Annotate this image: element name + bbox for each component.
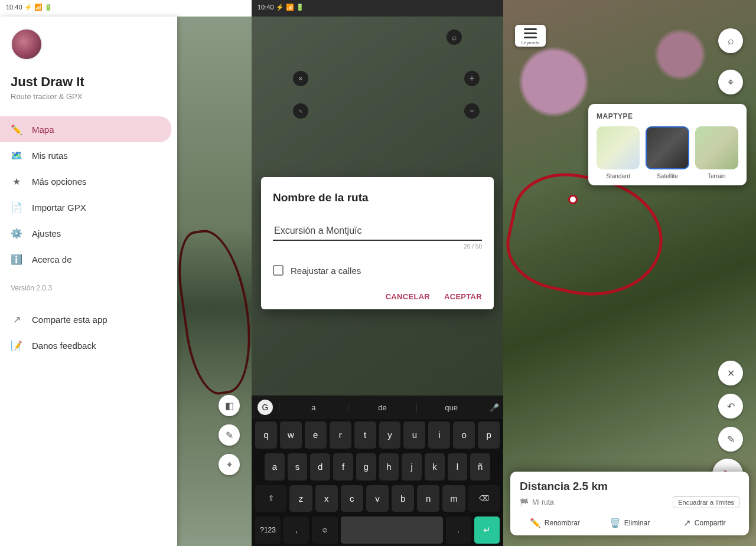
snap-to-roads-option[interactable]: Reajustar a calles	[273, 265, 482, 276]
suggestion-3[interactable]: que	[416, 403, 485, 412]
key-z[interactable]: z	[289, 485, 312, 512]
key-⌫[interactable]: ⌫	[468, 485, 500, 512]
nav-my-routes[interactable]: 🗺️Mis rutas	[0, 142, 177, 168]
key-.[interactable]: .	[446, 516, 471, 544]
key-w[interactable]: w	[280, 421, 302, 449]
layer-terrain[interactable]: Terrain	[695, 126, 738, 179]
nav-item-label: Importar GPX	[32, 202, 86, 212]
key-m[interactable]: m	[442, 485, 465, 512]
layer-thumb	[695, 126, 738, 169]
app-avatar	[11, 28, 43, 60]
key-y[interactable]: y	[379, 421, 401, 449]
key-a[interactable]: a	[265, 453, 285, 480]
search-icon[interactable]: ⌕	[718, 28, 743, 53]
nav-item-icon: ★	[11, 175, 22, 187]
key-b[interactable]: b	[392, 485, 414, 512]
nav-import-gpx[interactable]: 📄Importar GPX	[0, 194, 177, 220]
suggestion-1[interactable]: a	[279, 403, 348, 412]
key-⇧[interactable]: ⇧	[255, 485, 286, 512]
status-bar: 10:40 ⚡ 📶 🔋	[0, 0, 252, 17]
key-↵[interactable]: ↵	[474, 516, 500, 544]
route-name-input[interactable]	[273, 222, 482, 241]
checkbox-label: Reajustar a calles	[291, 266, 361, 276]
key-x[interactable]: x	[315, 485, 338, 512]
key-s[interactable]: s	[288, 453, 308, 480]
nav-item-label: Mis rutas	[32, 151, 68, 161]
route-flag-icon: 🏁	[520, 498, 529, 506]
key-space[interactable]	[341, 516, 443, 544]
key-?123[interactable]: ?123	[255, 516, 281, 544]
nav-drawer: Just Draw It Route tracker & GPX ✏️Mapa🗺…	[0, 17, 177, 546]
key-t[interactable]: t	[354, 421, 376, 449]
nav-more-options[interactable]: ★Más opciones	[0, 168, 177, 194]
screenshot-dialog: 10:40 ⚡ 📶 🔋 ＋ － ⌕ ＋ － Nombre de la ruta …	[252, 0, 503, 546]
undo-icon[interactable]: ↶	[718, 394, 743, 419]
key-v[interactable]: v	[366, 485, 389, 512]
mic-icon[interactable]: 🎤	[485, 403, 503, 412]
key-c[interactable]: c	[341, 485, 363, 512]
edit-icon[interactable]: ✎	[718, 427, 743, 452]
char-counter: 20 / 50	[273, 243, 482, 250]
action-delete[interactable]: 🗑️Eliminar	[595, 518, 665, 528]
nav-list: ✏️Mapa🗺️Mis rutas★Más opciones📄Importar …	[0, 116, 177, 272]
key-r[interactable]: r	[330, 421, 351, 449]
route-name-dialog: Nombre de la ruta 20 / 50 Reajustar a ca…	[261, 177, 494, 309]
menu-button[interactable]: Leyenda	[515, 25, 546, 47]
key-h[interactable]: h	[379, 453, 399, 480]
fit-bounds-button[interactable]: Encuadrar a límites	[673, 496, 739, 508]
accept-button[interactable]: ACEPTAR	[444, 292, 482, 301]
key-☺[interactable]: ☺	[312, 516, 337, 544]
layer-standard[interactable]: Standard	[597, 126, 640, 179]
nav-item-icon: 📄	[11, 201, 22, 213]
suggestion-2[interactable]: de	[348, 403, 417, 412]
distance-actions: ✏️Renombrar🗑️Eliminar↗Compartir	[520, 518, 739, 528]
status-bar: 10:40 ⚡ 📶 🔋	[252, 0, 503, 17]
key-l[interactable]: l	[448, 453, 468, 480]
key-o[interactable]: o	[453, 421, 475, 449]
key-n[interactable]: n	[417, 485, 439, 512]
action-share[interactable]: ↗Compartir	[669, 518, 739, 528]
nav-item-icon: 📝	[11, 339, 22, 351]
cancel-button[interactable]: CANCELAR	[386, 292, 430, 301]
key-e[interactable]: e	[305, 421, 327, 449]
locate-icon[interactable]: ⌖	[219, 454, 240, 475]
key-d[interactable]: d	[310, 453, 330, 480]
key-i[interactable]: i	[428, 421, 450, 449]
nav-item-icon: ✏️	[11, 123, 22, 135]
close-icon[interactable]: ✕	[718, 361, 743, 385]
nav-item-icon: ℹ️	[11, 253, 22, 265]
action-rename[interactable]: ✏️Renombrar	[520, 518, 590, 528]
key-j[interactable]: j	[402, 453, 422, 480]
soft-keyboard[interactable]: G a de que 🎤 qwertyuiopasdfghjklñ⇧zxcvbn…	[252, 395, 503, 546]
key-f[interactable]: f	[333, 453, 353, 480]
layer-thumb	[646, 126, 689, 169]
key-g[interactable]: g	[356, 453, 376, 480]
action-icon: 🗑️	[610, 518, 621, 528]
locate-icon[interactable]: ⌖	[718, 70, 743, 94]
action-label: Renombrar	[545, 519, 580, 527]
route-name-label: Mi ruta	[532, 498, 554, 506]
layer-label: Standard	[597, 173, 640, 179]
dialog-title: Nombre de la ruta	[273, 191, 482, 204]
nav-share-app[interactable]: ↗Comparte esta app	[0, 306, 177, 332]
layer-label: Terrain	[695, 173, 738, 179]
route-marker[interactable]	[568, 195, 578, 204]
checkbox-icon[interactable]	[273, 265, 284, 276]
status-text: 10:40 ⚡ 📶 🔋	[6, 4, 246, 13]
action-icon: ↗	[683, 518, 691, 528]
key-k[interactable]: k	[425, 453, 445, 480]
nav-settings[interactable]: ⚙️Ajustes	[0, 220, 177, 246]
key-p[interactable]: p	[478, 421, 500, 449]
key-,[interactable]: ,	[284, 516, 309, 544]
nav-map[interactable]: ✏️Mapa	[0, 116, 171, 142]
nav-feedback[interactable]: 📝Danos feedback	[0, 332, 177, 358]
key-q[interactable]: q	[255, 421, 277, 449]
layer-satellite[interactable]: Satellite	[646, 126, 689, 179]
key-ñ[interactable]: ñ	[470, 453, 490, 480]
nav-about[interactable]: ℹ️Acerca de	[0, 246, 177, 272]
layers-icon[interactable]: ◧	[219, 395, 240, 416]
key-u[interactable]: u	[403, 421, 425, 449]
nav-item-label: Danos feedback	[32, 341, 96, 351]
edit-icon[interactable]: ✎	[219, 424, 240, 446]
gboard-icon[interactable]: G	[258, 400, 273, 415]
